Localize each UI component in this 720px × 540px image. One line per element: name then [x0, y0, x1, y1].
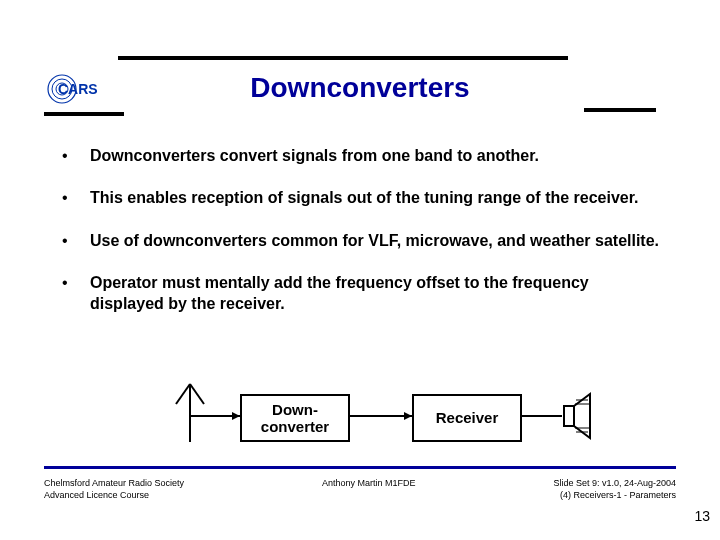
- footer-rule: [44, 466, 676, 469]
- page-title: Downconverters: [0, 72, 720, 104]
- bullet-list: Downconverters convert signals from one …: [60, 146, 660, 336]
- title-rule-under-logo: [44, 112, 124, 116]
- diagram-wires: [170, 382, 590, 452]
- footer-left: Chelmsford Amateur Radio Society Advance…: [44, 478, 184, 501]
- footer-center: Anthony Martin M1FDE: [322, 478, 416, 501]
- footer-right: Slide Set 9: v1.0, 24-Aug-2004 (4) Recei…: [553, 478, 676, 501]
- svg-marker-10: [404, 412, 412, 420]
- title-rule-right: [584, 108, 656, 112]
- svg-marker-13: [574, 394, 590, 438]
- bullet-item: This enables reception of signals out of…: [60, 188, 660, 208]
- page-number: 13: [694, 508, 710, 524]
- svg-marker-8: [232, 412, 240, 420]
- receiver-box: Receiver: [412, 394, 522, 442]
- downconverter-box: Down- converter: [240, 394, 350, 442]
- bullet-item: Use of downconverters common for VLF, mi…: [60, 231, 660, 251]
- speaker-icon: [562, 390, 602, 442]
- slide-footer: Chelmsford Amateur Radio Society Advance…: [44, 478, 676, 501]
- bullet-item: Downconverters convert signals from one …: [60, 146, 660, 166]
- block-diagram: Down- converter Receiver: [170, 382, 590, 452]
- title-rule-top: [118, 56, 568, 60]
- bullet-item: Operator must mentally add the frequency…: [60, 273, 660, 314]
- svg-rect-12: [564, 406, 574, 426]
